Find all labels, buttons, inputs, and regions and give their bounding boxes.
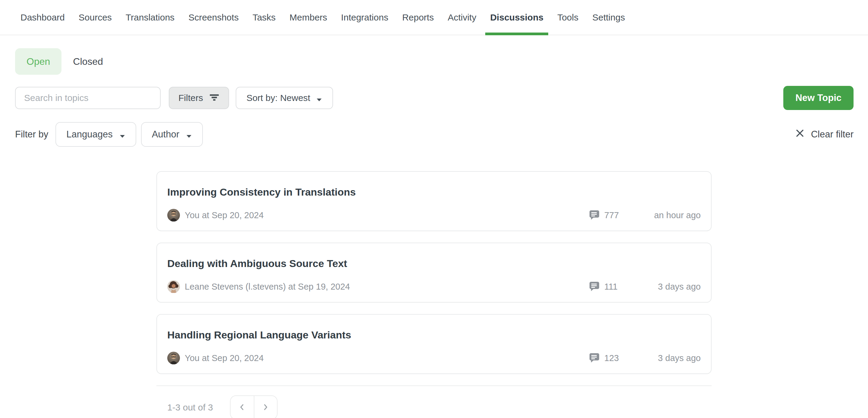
nav-item-members[interactable]: Members	[290, 0, 327, 35]
tab-open[interactable]: Open	[15, 48, 61, 75]
top-navigation: Dashboard Sources Translations Screensho…	[0, 0, 868, 35]
topic-card[interactable]: Improving Consistency in Translations Yo…	[156, 171, 712, 231]
previous-page-button[interactable]	[230, 396, 254, 418]
comment-icon	[589, 209, 599, 221]
topic-time-ago: 3 days ago	[622, 282, 701, 292]
topic-title[interactable]: Dealing with Ambiguous Source Text	[167, 253, 701, 269]
comment-stat: 111	[589, 281, 622, 293]
pagination-summary: 1-3 out of 3	[167, 402, 213, 413]
topic-list: Improving Consistency in Translations Yo…	[156, 171, 712, 418]
clear-filter-label: Clear filter	[811, 129, 854, 140]
topic-author-line: You at Sep 20, 2024	[185, 353, 264, 363]
nav-item-reports[interactable]: Reports	[402, 0, 434, 35]
nav-item-discussions[interactable]: Discussions	[490, 0, 544, 35]
languages-dropdown[interactable]: Languages	[56, 122, 136, 147]
avatar-man-glasses	[167, 352, 180, 364]
languages-dropdown-label: Languages	[66, 129, 113, 140]
nav-item-translations[interactable]: Translations	[126, 0, 175, 35]
list-divider	[156, 385, 712, 386]
topic-title[interactable]: Improving Consistency in Translations	[167, 182, 701, 198]
filter-bar: Filter by Languages Author Clear filter	[0, 122, 868, 147]
nav-item-sources[interactable]: Sources	[79, 0, 112, 35]
pagination: 1-3 out of 3	[156, 395, 712, 418]
chevron-down-icon	[186, 130, 192, 140]
chevron-down-icon	[119, 130, 125, 140]
next-page-button[interactable]	[254, 396, 277, 418]
comment-stat: 123	[589, 352, 622, 364]
filter-by-label: Filter by	[15, 129, 48, 140]
author-dropdown-label: Author	[152, 129, 179, 140]
topic-card[interactable]: Dealing with Ambiguous Source Text Leane…	[156, 243, 712, 302]
sort-by-label: Sort by: Newest	[247, 93, 310, 103]
avatar-man-glasses	[167, 209, 180, 222]
nav-item-dashboard[interactable]: Dashboard	[21, 0, 65, 35]
comment-icon	[589, 281, 599, 293]
filter-lines-icon	[209, 93, 219, 104]
topic-time-ago: an hour ago	[622, 211, 701, 220]
new-topic-button[interactable]: New Topic	[783, 86, 854, 110]
filters-button-label: Filters	[179, 93, 203, 103]
topic-card[interactable]: Handling Regional Language Variants You …	[156, 314, 712, 374]
topic-author-line: Leane Stevens (l.stevens) at Sep 19, 202…	[185, 282, 350, 292]
topic-time-ago: 3 days ago	[622, 353, 701, 363]
comment-stat: 777	[589, 209, 622, 221]
comment-count: 123	[604, 353, 622, 363]
author-dropdown[interactable]: Author	[141, 122, 203, 147]
topic-author-line: You at Sep 20, 2024	[185, 211, 264, 220]
close-icon	[795, 128, 805, 141]
chevron-left-icon	[239, 404, 246, 412]
nav-item-integrations[interactable]: Integrations	[341, 0, 389, 35]
topic-title[interactable]: Handling Regional Language Variants	[167, 325, 701, 341]
comment-icon	[589, 352, 599, 364]
sort-by-dropdown[interactable]: Sort by: Newest	[236, 87, 333, 109]
nav-item-screenshots[interactable]: Screenshots	[188, 0, 239, 35]
tab-closed[interactable]: Closed	[61, 48, 115, 75]
search-input[interactable]	[15, 87, 161, 109]
comment-count: 777	[604, 211, 622, 220]
topics-toolbar: Filters Sort by: Newest New Topic	[0, 86, 868, 110]
nav-item-settings[interactable]: Settings	[592, 0, 625, 35]
pager-button-group	[230, 395, 278, 418]
nav-item-tasks[interactable]: Tasks	[253, 0, 276, 35]
comment-count: 111	[604, 282, 622, 292]
chevron-right-icon	[262, 404, 269, 412]
status-tabs: Open Closed	[15, 48, 868, 75]
clear-filter-button[interactable]: Clear filter	[795, 128, 854, 141]
chevron-down-icon	[316, 93, 322, 104]
nav-item-tools[interactable]: Tools	[557, 0, 578, 35]
filters-button[interactable]: Filters	[169, 87, 229, 109]
avatar-woman-curly-hair	[167, 280, 180, 293]
nav-item-activity[interactable]: Activity	[447, 0, 476, 35]
